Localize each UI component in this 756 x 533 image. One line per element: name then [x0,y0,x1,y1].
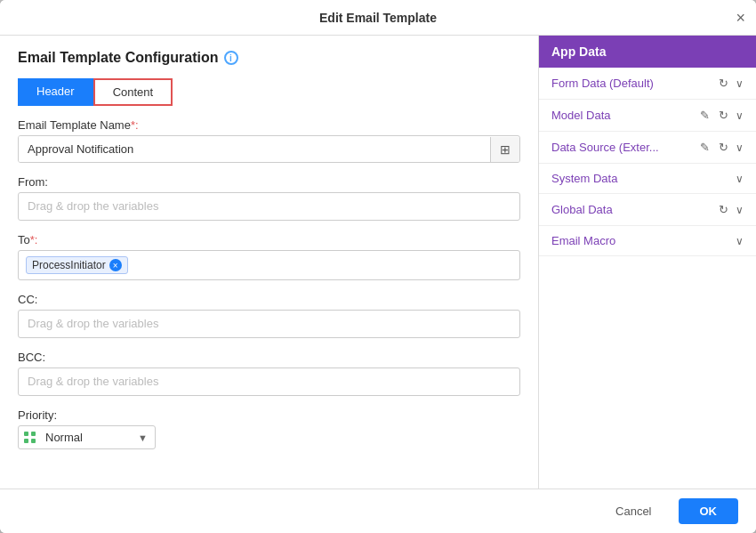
edit-icon-model-data[interactable]: ✎ [698,108,712,123]
priority-dot-1 [24,432,28,436]
bcc-label: BCC: [18,351,520,364]
app-data-actions-global-data: ↻ ∨ [717,202,744,217]
app-data-label-global-data: Global Data [551,203,712,216]
app-data-label-system-data: System Data [551,172,730,185]
app-data-label-data-source: Data Source (Exter... [551,141,693,154]
priority-dot-4 [31,439,36,443]
bcc-field-group: BCC: Drag & drop the variables [18,351,520,396]
app-data-item-form-data[interactable]: Form Data (Default) ↻ ∨ [539,68,756,100]
panel-title-text: Email Template Configuration [18,50,219,66]
cc-placeholder: Drag & drop the variables [28,317,158,330]
dialog-footer: Cancel OK [0,489,756,533]
priority-icon [19,432,42,444]
to-tag: ProcessInitiator × [26,256,128,274]
name-label: Email Template Name*: [18,118,520,132]
ok-button[interactable]: OK [679,498,739,524]
cc-field-group: CC: Drag & drop the variables [18,293,520,338]
app-data-label-form-data: Form Data (Default) [551,77,712,90]
app-data-list: Form Data (Default) ↻ ∨ Model Data ✎ ↻ ∨ [539,68,756,489]
dialog-body: Email Template Configuration i Header Co… [0,36,756,489]
app-data-header: App Data [539,36,756,68]
name-required: *: [131,118,139,132]
cc-drop-field[interactable]: Drag & drop the variables [18,310,520,338]
to-label: To*: [18,233,520,246]
app-data-actions-system-data: ∨ [736,173,744,185]
app-data-item-email-macro[interactable]: Email Macro ∨ [539,226,756,256]
chevron-icon-form-data[interactable]: ∨ [736,77,744,90]
name-input-wrapper: ⊞ [18,135,520,163]
refresh-icon-data-source[interactable]: ↻ [717,140,730,155]
title-bar: Edit Email Template × [0,0,756,36]
tab-content[interactable]: Content [93,78,173,106]
chevron-icon-email-macro[interactable]: ∨ [736,235,744,247]
right-panel: App Data Form Data (Default) ↻ ∨ Model D… [538,36,756,489]
refresh-icon-form-data[interactable]: ↻ [717,76,730,91]
priority-dot-3 [24,439,28,443]
app-data-item-global-data[interactable]: Global Data ↻ ∨ [539,194,756,226]
chevron-icon-global-data[interactable]: ∨ [736,204,744,216]
name-field-group: Email Template Name*: ⊞ [18,118,520,163]
to-tag-label: ProcessInitiator [32,259,106,271]
from-field-group: From: Drag & drop the variables [18,175,520,221]
dialog-title: Edit Email Template [319,11,437,25]
info-icon[interactable]: i [224,51,238,65]
name-expand-icon[interactable]: ⊞ [490,137,519,162]
chevron-icon-data-source[interactable]: ∨ [736,141,744,154]
app-data-item-model-data[interactable]: Model Data ✎ ↻ ∨ [539,100,756,132]
cancel-button[interactable]: Cancel [598,498,669,524]
priority-field-group: Priority: Normal High Low [18,408,520,449]
priority-chevron-icon: ▼ [131,432,155,443]
close-button[interactable]: × [736,10,745,26]
from-drop-field[interactable]: Drag & drop the variables [18,192,520,221]
to-required: *: [30,233,38,246]
priority-dots [24,432,36,444]
from-placeholder: Drag & drop the variables [28,199,158,213]
app-data-actions-email-macro: ∨ [736,235,744,247]
name-input[interactable] [19,136,490,162]
to-tag-close[interactable]: × [109,259,122,271]
bcc-placeholder: Drag & drop the variables [28,375,158,388]
chevron-icon-model-data[interactable]: ∨ [736,109,744,122]
app-data-actions-form-data: ↻ ∨ [717,76,744,91]
panel-title-row: Email Template Configuration i [18,50,520,66]
cc-label: CC: [18,293,520,306]
app-data-item-data-source[interactable]: Data Source (Exter... ✎ ↻ ∨ [539,132,756,164]
tabs-row: Header Content [18,78,520,106]
tab-header[interactable]: Header [18,78,93,106]
bcc-drop-field[interactable]: Drag & drop the variables [18,367,520,396]
edit-email-template-dialog: Edit Email Template × Email Template Con… [0,0,756,533]
chevron-icon-system-data[interactable]: ∨ [736,173,744,185]
priority-select[interactable]: Normal High Low [42,426,131,448]
app-data-label-email-macro: Email Macro [551,234,730,247]
edit-icon-data-source[interactable]: ✎ [698,140,712,155]
app-data-actions-model-data: ✎ ↻ ∨ [698,108,744,123]
app-data-actions-data-source: ✎ ↻ ∨ [698,140,744,155]
refresh-icon-model-data[interactable]: ↻ [717,108,730,123]
refresh-icon-global-data[interactable]: ↻ [717,202,730,217]
from-label: From: [18,175,520,189]
priority-dot-2 [31,432,36,436]
to-tag-field[interactable]: ProcessInitiator × [18,250,520,280]
app-data-label-model-data: Model Data [551,109,693,122]
priority-select-wrapper: Normal High Low ▼ [18,425,156,449]
app-data-item-system-data[interactable]: System Data ∨ [539,164,756,194]
priority-label: Priority: [18,408,520,422]
to-field-group: To*: ProcessInitiator × [18,233,520,280]
left-panel: Email Template Configuration i Header Co… [0,36,538,489]
